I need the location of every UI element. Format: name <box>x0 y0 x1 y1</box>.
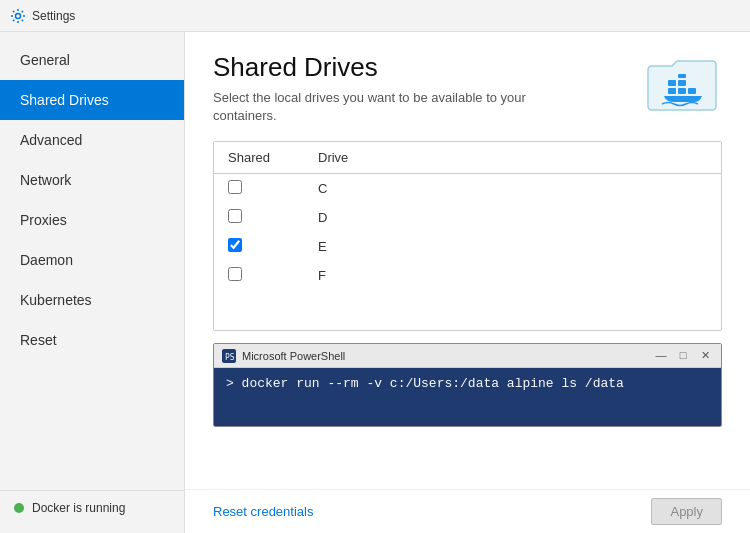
spacer-row <box>214 290 721 330</box>
docker-icon <box>642 48 722 118</box>
sidebar-item-advanced[interactable]: Advanced <box>0 120 184 160</box>
svg-rect-1 <box>668 88 676 94</box>
docker-folder-svg <box>642 48 722 118</box>
powershell-command: > docker run --rm -v c:/Users:/data alpi… <box>226 376 624 391</box>
reset-credentials-link[interactable]: Reset credentials <box>213 504 313 519</box>
ps-icon-svg: PS <box>224 351 234 361</box>
app-body: General Shared Drives Advanced Network P… <box>0 32 750 533</box>
drives-table: Shared Drive C D E <box>214 142 721 330</box>
sidebar-item-daemon[interactable]: Daemon <box>0 240 184 280</box>
drive-d-label: D <box>304 203 721 232</box>
content-footer: Reset credentials Apply <box>185 489 750 533</box>
svg-rect-6 <box>678 74 686 78</box>
svg-rect-2 <box>678 88 686 94</box>
sidebar-item-kubernetes[interactable]: Kubernetes <box>0 280 184 320</box>
status-label: Docker is running <box>32 501 125 515</box>
powershell-title: Microsoft PowerShell <box>242 350 345 362</box>
svg-point-0 <box>16 13 21 18</box>
titlebar: Settings <box>0 0 750 32</box>
svg-text:PS: PS <box>225 353 234 361</box>
drive-f-checkbox[interactable] <box>228 267 242 281</box>
titlebar-title: Settings <box>32 9 75 23</box>
table-row: E <box>214 232 721 261</box>
drive-e-label: E <box>304 232 721 261</box>
table-row: D <box>214 203 721 232</box>
ps-minimize-btn[interactable]: — <box>653 349 669 362</box>
title-area: Shared Drives Select the local drives yo… <box>213 52 533 125</box>
drive-d-checkbox[interactable] <box>228 209 242 223</box>
table-row: C <box>214 174 721 204</box>
svg-rect-4 <box>668 80 676 86</box>
sidebar-item-reset[interactable]: Reset <box>0 320 184 360</box>
powershell-icon: PS <box>222 349 236 363</box>
ps-restore-btn[interactable]: □ <box>675 349 691 362</box>
docker-status: Docker is running <box>0 490 184 525</box>
sidebar-item-proxies[interactable]: Proxies <box>0 200 184 240</box>
page-subtitle: Select the local drives you want to be a… <box>213 89 533 125</box>
settings-icon <box>10 8 26 24</box>
apply-button[interactable]: Apply <box>651 498 722 525</box>
sidebar-item-shared-drives[interactable]: Shared Drives <box>0 80 184 120</box>
powershell-window: PS Microsoft PowerShell — □ ✕ > docker r… <box>213 343 722 427</box>
sidebar-item-network[interactable]: Network <box>0 160 184 200</box>
content-header: Shared Drives Select the local drives yo… <box>185 32 750 141</box>
powershell-titlebar: PS Microsoft PowerShell — □ ✕ <box>214 344 721 368</box>
sidebar: General Shared Drives Advanced Network P… <box>0 32 185 533</box>
drive-f-label: F <box>304 261 721 290</box>
col-drive: Drive <box>304 142 721 174</box>
svg-rect-3 <box>688 88 696 94</box>
drive-c-checkbox[interactable] <box>228 180 242 194</box>
ps-close-btn[interactable]: ✕ <box>697 349 713 362</box>
drive-e-checkbox[interactable] <box>228 238 242 252</box>
status-indicator <box>14 503 24 513</box>
svg-rect-5 <box>678 80 686 86</box>
main-content: Shared Drives Select the local drives yo… <box>185 32 750 533</box>
drives-table-container: Shared Drive C D E <box>213 141 722 331</box>
powershell-body: > docker run --rm -v c:/Users:/data alpi… <box>214 368 721 426</box>
sidebar-item-general[interactable]: General <box>0 40 184 80</box>
ps-controls: — □ ✕ <box>653 349 713 362</box>
col-shared: Shared <box>214 142 304 174</box>
page-title: Shared Drives <box>213 52 533 83</box>
table-row: F <box>214 261 721 290</box>
drive-c-label: C <box>304 174 721 204</box>
